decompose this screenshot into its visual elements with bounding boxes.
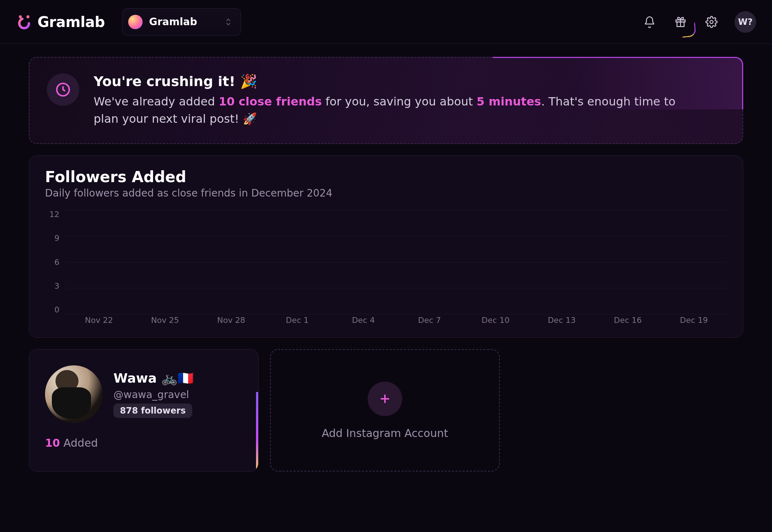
x-tick: Dec 1 <box>264 316 331 329</box>
settings-button[interactable] <box>704 14 719 30</box>
account-display-name: Wawa 🚲🇫🇷 <box>113 371 194 386</box>
account-info: Wawa 🚲🇫🇷 @wawa_gravel 878 followers <box>113 371 194 418</box>
y-tick: 3 <box>54 281 59 290</box>
account-header: Wawa 🚲🇫🇷 @wawa_gravel 878 followers <box>45 365 242 423</box>
added-count: 10 <box>45 437 60 449</box>
header-actions: W? <box>642 11 756 33</box>
account-handle: @wawa_gravel <box>113 389 194 401</box>
svg-point-0 <box>19 18 29 28</box>
x-tick: Nov 25 <box>132 316 198 329</box>
chart-plot: Nov 22Nov 25Nov 28Dec 1Dec 4Dec 7Dec 10D… <box>66 210 727 329</box>
chart-subtitle: Daily followers added as close friends i… <box>45 187 727 199</box>
account-added-stat: 10 Added <box>45 437 242 449</box>
brand-name: Gramlab <box>37 14 105 30</box>
workspace-avatar <box>128 15 143 29</box>
progress-banner: You're crushing it! 🎉 We've already adde… <box>29 57 743 144</box>
banner-icon-wrap <box>47 73 79 106</box>
followers-chart-card: Followers Added Daily followers added as… <box>29 155 743 338</box>
x-tick: Dec 19 <box>661 316 727 329</box>
add-account-label: Add Instagram Account <box>322 427 448 439</box>
brand-logo[interactable]: Gramlab <box>16 14 105 30</box>
plus-icon <box>378 392 392 406</box>
y-tick: 6 <box>54 258 59 267</box>
added-label: Added <box>63 437 98 449</box>
banner-title: You're crushing it! 🎉 <box>94 73 699 89</box>
account-avatar <box>45 365 103 423</box>
y-tick: 9 <box>54 234 59 243</box>
x-tick: Nov 28 <box>198 316 264 329</box>
banner-body: We've already added 10 close friends for… <box>94 93 699 127</box>
x-tick: Dec 7 <box>396 316 463 329</box>
add-instagram-account-button[interactable]: Add Instagram Account <box>270 349 500 472</box>
chart-bars <box>66 210 727 314</box>
instagram-account-card[interactable]: Wawa 🚲🇫🇷 @wawa_gravel 878 followers 10 A… <box>29 349 259 472</box>
chart-title: Followers Added <box>45 168 727 186</box>
workspace-name: Gramlab <box>149 16 217 28</box>
x-tick: Dec 13 <box>529 316 595 329</box>
x-tick: Nov 22 <box>66 316 132 329</box>
svg-point-1 <box>19 15 22 18</box>
chart-area: 129630 Nov 22Nov 25Nov 28Dec 1Dec 4Dec 7… <box>45 210 727 329</box>
add-circle <box>368 382 402 416</box>
accounts-row: Wawa 🚲🇫🇷 @wawa_gravel 878 followers 10 A… <box>29 349 743 472</box>
banner-count: 10 close friends <box>219 95 322 108</box>
workspace-switcher[interactable]: Gramlab <box>122 8 241 36</box>
clock-icon <box>55 81 71 98</box>
main-content: You're crushing it! 🎉 We've already adde… <box>0 44 772 472</box>
chart-y-axis: 129630 <box>45 210 59 329</box>
avatar-initials: W? <box>738 17 753 27</box>
followers-badge: 878 followers <box>113 403 192 418</box>
x-tick: Dec 16 <box>595 316 661 329</box>
brand-mark-icon <box>16 14 32 30</box>
y-tick: 0 <box>54 305 59 314</box>
app-header: Gramlab Gramlab W? <box>0 0 772 44</box>
user-avatar[interactable]: W? <box>735 11 756 33</box>
banner-time: 5 minutes <box>477 95 541 108</box>
y-tick: 12 <box>49 210 59 219</box>
gear-icon <box>705 16 718 28</box>
rewards-button[interactable] <box>673 14 688 30</box>
bell-icon <box>643 16 656 28</box>
svg-point-5 <box>710 20 713 23</box>
svg-point-2 <box>27 15 30 18</box>
x-tick: Dec 10 <box>463 316 529 329</box>
chart-x-axis: Nov 22Nov 25Nov 28Dec 1Dec 4Dec 7Dec 10D… <box>66 316 727 329</box>
chevrons-up-down-icon <box>224 18 233 26</box>
banner-text: You're crushing it! 🎉 We've already adde… <box>94 73 699 127</box>
notifications-button[interactable] <box>642 14 657 30</box>
x-tick: Dec 4 <box>330 316 396 329</box>
